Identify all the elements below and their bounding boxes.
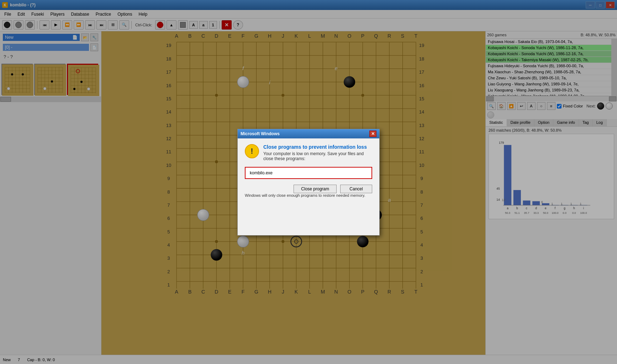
dialog-heading: Close programs to prevent information lo… — [263, 144, 372, 150]
close-program-button[interactable]: Close program — [294, 185, 337, 193]
dialog: Microsoft Windows ✕ ! Close programs to … — [237, 129, 380, 236]
dialog-titlebar: Microsoft Windows ✕ — [238, 129, 379, 138]
dialog-close-button[interactable]: ✕ — [369, 131, 376, 137]
dialog-buttons: Close program Cancel — [245, 185, 372, 193]
dialog-program-list: kombilo.exe — [245, 167, 372, 179]
warning-icon: ! — [245, 144, 259, 158]
dialog-body-text: Your computer is low on memory. Save you… — [263, 151, 372, 161]
cancel-button[interactable]: Cancel — [340, 185, 372, 193]
dialog-heading-area: Close programs to prevent information lo… — [263, 144, 372, 161]
dialog-body: ! Close programs to prevent information … — [238, 138, 379, 209]
dialog-program-name: kombilo.exe — [250, 170, 273, 175]
dialog-footer: Windows will only close enough programs … — [245, 193, 372, 197]
dialog-overlay: Microsoft Windows ✕ ! Close programs to … — [0, 0, 617, 364]
dialog-title: Microsoft Windows — [241, 131, 280, 136]
dialog-header: ! Close programs to prevent information … — [245, 144, 372, 161]
